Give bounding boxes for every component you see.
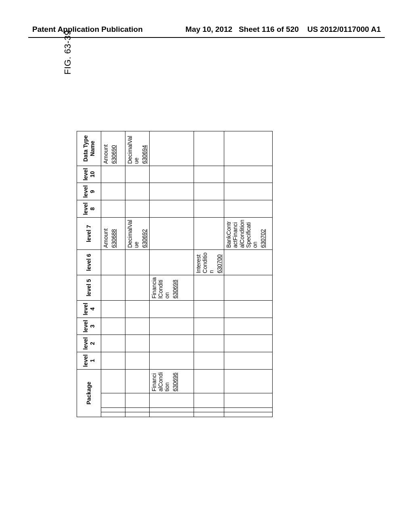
- table-row: Amount 630688 Amount 630690: [101, 131, 125, 417]
- cell-package: FinancialCondition 630696: [150, 369, 194, 393]
- table-header-row: Package level 1 level 2 level 3 level 4 …: [77, 131, 101, 417]
- col-l8: level 8: [77, 200, 101, 218]
- col-l10: level 10: [77, 166, 101, 183]
- col-l9: level 9: [77, 183, 101, 200]
- cell-l5: FinancialCondition 630698: [150, 275, 194, 300]
- col-l5: level 5: [77, 275, 101, 300]
- page: Patent Application Publication May 10, 2…: [0, 0, 413, 532]
- col-l2: level 2: [77, 335, 101, 352]
- figure-label: FIG. 63-39: [63, 30, 73, 75]
- col-l1: level 1: [77, 352, 101, 370]
- page-header: Patent Application Publication May 10, 2…: [0, 25, 413, 34]
- header-left: Patent Application Publication: [32, 25, 143, 34]
- cell-dtn: DecimalValue 630694: [125, 131, 150, 166]
- table-row: InterestCondition 630700: [194, 131, 224, 417]
- ref-number: 630696: [172, 371, 178, 391]
- cell-l6: InterestCondition 630700: [194, 250, 224, 275]
- ref-number: 630698: [172, 277, 178, 299]
- table-row: DecimalValue 630692 DecimalValue 630694: [125, 131, 150, 417]
- ref-number: 630702: [260, 219, 266, 248]
- ref-number: 630700: [216, 251, 223, 273]
- ref-number: 630694: [141, 133, 148, 164]
- col-package: Package: [77, 369, 101, 417]
- col-l6: level 6: [77, 250, 101, 275]
- table-row: BankContractFinancialConditionSpecificat…: [224, 131, 273, 417]
- col-l7: level 7: [77, 217, 101, 249]
- ref-number: 630690: [111, 133, 117, 164]
- data-table: Package level 1 level 2 level 3 level 4 …: [77, 131, 273, 417]
- ref-number: 630692: [141, 219, 148, 248]
- header-right: May 10, 2012 Sheet 116 of 520 US 2012/01…: [186, 25, 381, 34]
- cell-l7: BankContractFinancialConditionSpecificat…: [224, 217, 273, 249]
- col-l4: level 4: [77, 300, 101, 318]
- ref-number: 630688: [111, 219, 117, 248]
- cell-l7: Amount 630688: [101, 217, 125, 249]
- cell-dtn: Amount 630690: [101, 131, 125, 166]
- col-l3: level 3: [77, 318, 101, 335]
- col-dtn: Data Type Name: [77, 131, 101, 166]
- cell-l7: DecimalValue 630692: [125, 217, 150, 249]
- table-row: FinancialCondition 630696 FinancialCondi…: [150, 131, 194, 417]
- figure-label-wrap: FIG. 63-39: [58, 66, 71, 115]
- table-container: Package level 1 level 2 level 3 level 4 …: [77, 131, 273, 417]
- header-rule: [28, 37, 385, 38]
- figure-area: FIG. 63-39 Package level 1 level 2 level: [48, 66, 363, 429]
